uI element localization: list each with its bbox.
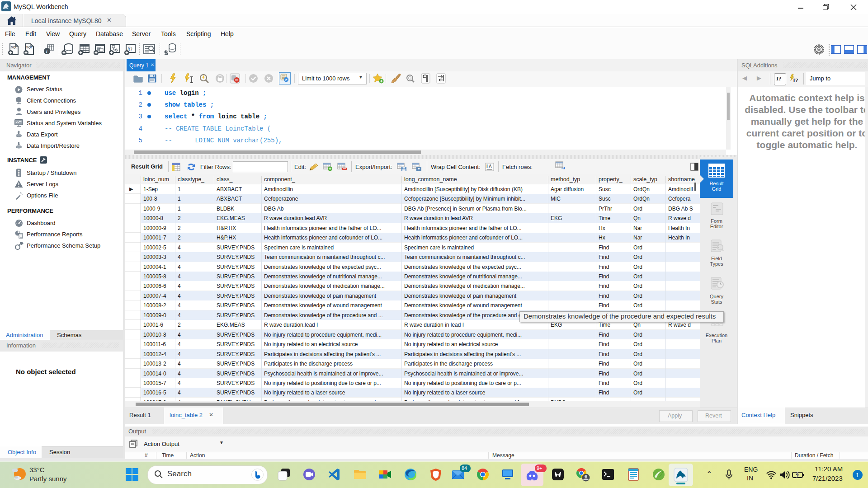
svg-text:I: I [486,164,488,169]
svg-text:i: i [46,49,47,54]
svg-text:SQL: SQL [11,46,18,49]
svg-text:SQL: SQL [26,46,33,49]
svg-text:I?: I? [793,77,798,84]
svg-text:A: A [489,164,492,169]
